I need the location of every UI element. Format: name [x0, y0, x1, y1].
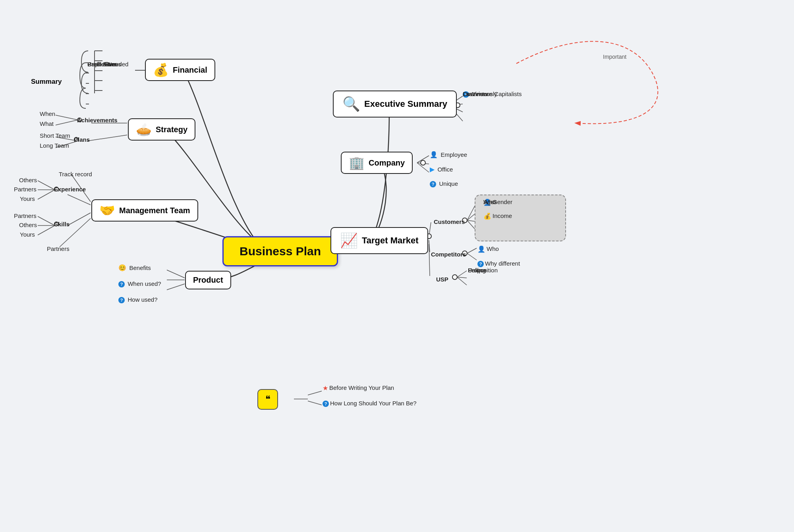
svg-line-38	[429, 244, 430, 276]
competitors-why-different: ? Why different	[477, 260, 487, 267]
office-label: Office	[437, 166, 453, 173]
product-when-used: ? When used?	[118, 280, 161, 287]
company-office: ▶ Office	[430, 166, 467, 173]
topic-target[interactable]: 📈 Target Market	[330, 227, 428, 254]
target-icon: 📈	[340, 233, 358, 248]
product-benefits: 😊 Benefits	[118, 264, 161, 272]
central-node-business-plan[interactable]: Business Plan	[222, 236, 338, 266]
competitors-who: 👤 Who	[477, 245, 487, 253]
short-team-label: Short Team	[40, 132, 70, 139]
competitors-items: 👤 Who ? Why different	[477, 245, 487, 267]
company-branches: 👤 Employee ▶ Office ? Unique	[430, 151, 467, 187]
customers-dashed-box: Who Ages 👤 Gender 💰 Income	[475, 195, 566, 241]
unique-question-icon: ?	[430, 181, 436, 187]
predictions-label: Predictions	[87, 61, 117, 67]
svg-point-47	[452, 275, 457, 279]
when-used-icon: ?	[118, 281, 125, 287]
usp-label: USP	[436, 276, 448, 283]
legend-icon-box: ❝	[257, 389, 278, 410]
financial-icon: 💰	[153, 64, 169, 76]
svg-line-25	[167, 284, 185, 290]
svg-line-48	[457, 271, 467, 277]
others-skills-label: Others	[19, 222, 37, 228]
company-unique-label: Unique	[439, 180, 458, 187]
skills-branch: Skills	[54, 222, 59, 226]
company-employee: 👤 Employee	[430, 151, 467, 158]
long-team-label: Long Team	[40, 142, 69, 149]
svg-line-13	[68, 195, 91, 205]
competitors-who-label: Who	[487, 245, 499, 252]
topic-product[interactable]: Product	[185, 271, 231, 289]
yours-exp-label: Yours	[20, 195, 35, 202]
partners-exp-label: Partners	[14, 186, 37, 193]
vc-label: Venture Capitalists	[472, 91, 522, 97]
income-item: 💰 Income	[483, 212, 562, 220]
svg-line-33	[417, 163, 429, 172]
skills-label: Skills	[54, 221, 70, 227]
legend-items: ★ Before Writing Your Plan ? How Long Sh…	[323, 384, 330, 407]
svg-line-10	[56, 120, 78, 125]
income-label: Income	[493, 212, 512, 219]
bottom-partners-label: Partners	[47, 245, 70, 252]
achievements-label: Achievements	[77, 117, 118, 123]
why-different-label: Why different	[485, 260, 520, 267]
financial-label: Financial	[173, 66, 207, 75]
svg-line-46	[467, 253, 477, 260]
topic-company[interactable]: 🏢 Company	[341, 152, 413, 174]
topic-management[interactable]: 🤝 Management Team	[91, 199, 198, 222]
target-label: Target Market	[362, 235, 419, 246]
topic-executive[interactable]: 🔍 Executive Summary	[333, 91, 457, 118]
achievements-branch: Achievements	[77, 118, 82, 122]
svg-line-14	[68, 213, 91, 226]
svg-line-32	[417, 163, 429, 164]
svg-line-35	[429, 222, 431, 236]
legend-item-before: ★ Before Writing Your Plan	[323, 384, 330, 392]
proposition-label: Proposition	[468, 267, 498, 274]
svg-line-18	[38, 216, 55, 226]
important-label: Important	[603, 54, 626, 60]
when-used-label: When used?	[128, 280, 161, 287]
experience-branch: Experience	[54, 187, 59, 191]
when-label: When	[40, 110, 55, 117]
gender-label: Gender	[493, 199, 512, 205]
svg-line-52	[308, 391, 322, 395]
customers-items: Who Ages 👤 Gender 💰 Income	[483, 199, 562, 220]
management-label: Management Team	[119, 206, 190, 215]
competitors-who-icon: 👤	[477, 246, 485, 253]
topic-strategy[interactable]: 🥧 Strategy	[128, 118, 195, 141]
plans-label: Plans	[74, 136, 90, 143]
partners-skills-label: Partners	[14, 212, 37, 219]
gender-item: 👤 Gender	[483, 199, 562, 206]
how-long-q-icon: ?	[323, 401, 329, 407]
product-how-used: ? How used?	[118, 296, 161, 303]
mindmap-container: Business Plan 💰 Financial Summary Cash F…	[0, 0, 794, 532]
how-used-label: How used?	[128, 296, 157, 303]
product-label: Product	[193, 276, 223, 285]
summary-label: Summary	[31, 78, 62, 86]
before-writing-label: Before Writing Your Plan	[329, 384, 394, 391]
strategy-label: Strategy	[156, 125, 187, 134]
svg-point-34	[421, 160, 425, 165]
svg-line-31	[417, 156, 429, 163]
employee-label: Employee	[440, 151, 467, 158]
others-exp-label: Others	[19, 177, 37, 183]
topic-financial[interactable]: 💰 Financial	[145, 59, 215, 81]
svg-line-8	[87, 135, 127, 141]
executive-icon: 🔍	[342, 97, 360, 111]
yours-skills-label: Yours	[20, 231, 35, 238]
office-play-icon: ▶	[430, 166, 435, 173]
svg-line-49	[457, 277, 467, 278]
svg-line-15	[38, 181, 55, 190]
executive-branches: Overview Last Continuously i Venture Cap…	[463, 91, 522, 98]
employee-person-icon: 👤	[430, 151, 438, 158]
svg-line-23	[167, 270, 185, 278]
income-money-icon: 💰	[483, 213, 491, 220]
strategy-icon: 🥧	[136, 123, 152, 136]
company-label: Company	[369, 158, 405, 168]
venture-capitalists-item: i Venture Capitalists	[463, 91, 522, 98]
svg-line-17	[38, 190, 55, 199]
legend-item-how-long: ? How Long Should Your Plan Be?	[323, 400, 330, 407]
legend-quote-icon: ❝	[265, 394, 270, 405]
what-label: What	[40, 120, 54, 127]
product-branches: 😊 Benefits ? When used? ? How used?	[118, 264, 161, 303]
